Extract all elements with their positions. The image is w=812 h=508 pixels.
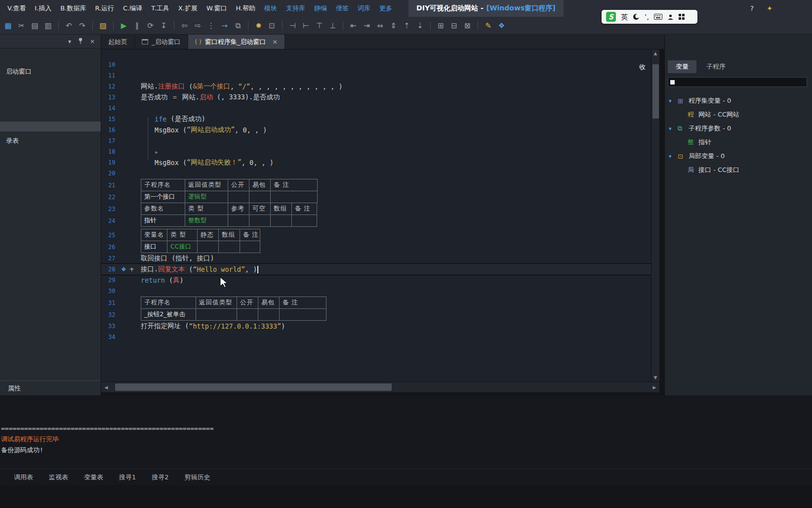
editor-line[interactable]: 28❖+接口.回复文本 (“Hello world”, ) bbox=[101, 264, 651, 275]
editor-line[interactable]: 22第一个接口逻辑型 bbox=[101, 191, 651, 203]
tree-item[interactable]: 局接口 - CC接口 bbox=[665, 163, 812, 177]
space-v-icon[interactable]: ⇥ bbox=[361, 19, 373, 32]
pen-icon[interactable]: ✎ bbox=[482, 19, 494, 32]
editor-line[interactable]: 17 bbox=[101, 135, 651, 146]
editor-line[interactable]: 23参数名类 型参考可空数组备 注 bbox=[101, 203, 651, 215]
panel-pin-icon[interactable] bbox=[78, 38, 83, 45]
bottom-tab-剪辑历史[interactable]: 剪辑历史 bbox=[185, 473, 210, 482]
editor-line[interactable]: 12网站.注册接口 (&第一个接口, “/”, , , , , , , , , … bbox=[101, 81, 651, 92]
ime-profile-icon[interactable] bbox=[667, 14, 674, 20]
horizontal-scroll-track[interactable] bbox=[111, 382, 650, 392]
editor-line[interactable]: 21子程序名返回值类型公开易包备 注 bbox=[101, 179, 651, 191]
plugin-menu-item[interactable]: 模块 bbox=[260, 0, 282, 17]
editor-line[interactable]: 31子程序名返回值类型公开易包备 注 bbox=[101, 296, 651, 309]
menu-item[interactable]: W.窗口 bbox=[202, 0, 232, 17]
editor-line[interactable]: 32_按钮2_被单击 bbox=[101, 308, 651, 321]
code-editor[interactable]: 101112网站.注册接口 (&第一个接口, “/”, , , , , , , … bbox=[101, 49, 651, 381]
editor-line[interactable]: 15ife (是否成功) bbox=[101, 114, 651, 125]
scroll-right-icon[interactable]: ▶ bbox=[650, 382, 659, 393]
same-width-icon[interactable]: ⊞ bbox=[435, 19, 447, 32]
plugin-menu-item[interactable]: 便签 bbox=[331, 0, 353, 17]
menu-item[interactable]: V.查看 bbox=[3, 0, 30, 17]
plugin-menu-item[interactable]: 更多 bbox=[375, 0, 397, 17]
panel-tab-子程序[interactable]: 子程序 bbox=[698, 60, 733, 73]
editor-line[interactable]: 24指针整数型 bbox=[101, 214, 651, 227]
doc-tab[interactable]: ( )窗口程序集_启动窗口× bbox=[188, 35, 285, 49]
menu-item[interactable]: I.插入 bbox=[30, 0, 56, 17]
tree-group[interactable]: ▾⧉子程序参数 - 0 bbox=[665, 122, 812, 135]
panel-tab-变量[interactable]: 变量 bbox=[668, 60, 696, 73]
tree-group[interactable]: ▾⊞程序集变量 - 0 bbox=[665, 94, 812, 108]
editor-line[interactable]: 29return (真) bbox=[101, 275, 651, 286]
redo-icon[interactable]: ↷ bbox=[76, 19, 88, 32]
chevron-down-icon[interactable]: ▾ bbox=[669, 153, 678, 160]
editor-horizontal-scrollbar[interactable]: ◀ ▶ bbox=[101, 381, 659, 392]
editor-line[interactable]: 10 bbox=[101, 59, 651, 70]
scroll-down-icon[interactable]: ▼ bbox=[651, 374, 659, 381]
bottom-tab-变量表[interactable]: 变量表 bbox=[84, 473, 103, 482]
nav-back-icon[interactable]: ⇦ bbox=[178, 19, 191, 32]
link-icon[interactable]: ⧉ bbox=[232, 19, 244, 32]
editor-line[interactable]: 13是否成功 ＝ 网站.启动 (, 3333).是否成功 bbox=[101, 92, 651, 103]
align-right-icon[interactable]: ⊢ bbox=[300, 19, 312, 32]
editor-line[interactable]: 34 bbox=[101, 332, 651, 342]
bookmark-icon[interactable]: ⊡ bbox=[266, 19, 278, 32]
menu-item[interactable]: C.编译 bbox=[119, 0, 147, 17]
help-icon[interactable]: ? bbox=[750, 4, 754, 12]
workspace-selected-row[interactable] bbox=[0, 122, 101, 131]
paste-icon[interactable]: ▥ bbox=[42, 19, 54, 32]
editor-line[interactable]: 20 bbox=[101, 168, 651, 179]
bottom-tab-调用表[interactable]: 调用表 bbox=[14, 473, 33, 482]
ime-punct-indicator[interactable]: ’, bbox=[645, 13, 649, 20]
ime-lang-indicator[interactable]: 英 bbox=[621, 13, 628, 20]
tab-close-icon[interactable]: × bbox=[272, 38, 278, 45]
center-h-icon[interactable]: ⇔ bbox=[374, 19, 386, 32]
editor-line[interactable]: 11 bbox=[101, 70, 651, 81]
plugin-menu-item[interactable]: 静编 bbox=[310, 0, 331, 17]
editor-line[interactable]: 33打开指定网址 (“http://127.0.0.1:3333”) bbox=[101, 321, 651, 332]
nav-forward-icon[interactable]: ⇨ bbox=[192, 19, 204, 32]
save-icon[interactable]: ▦ bbox=[2, 19, 14, 32]
distribute-h-icon[interactable]: ⇡ bbox=[401, 19, 413, 32]
ime-fullhalf-icon[interactable] bbox=[633, 13, 640, 20]
workspace-item-startup-window[interactable]: 启动窗口 bbox=[0, 65, 101, 78]
menu-item[interactable]: H.帮助 bbox=[231, 0, 260, 17]
align-top-icon[interactable]: ⊤ bbox=[313, 19, 325, 32]
distribute-v-icon[interactable]: ⇣ bbox=[414, 19, 426, 32]
collapse-button[interactable]: 收 bbox=[639, 63, 646, 72]
run-icon[interactable]: ▶ bbox=[118, 19, 130, 32]
editor-line[interactable]: 19MsgBox (“网站启动失败！”, 0, , ) bbox=[101, 157, 651, 168]
align-left-icon[interactable]: ⊣ bbox=[286, 19, 299, 32]
ime-toolbox-icon[interactable] bbox=[679, 14, 685, 20]
properties-panel-header[interactable]: 属性 bbox=[0, 381, 101, 395]
editor-line[interactable]: 27取回接口 (指针, 接口) bbox=[101, 253, 651, 264]
compile-icon[interactable]: ↧ bbox=[158, 19, 170, 32]
restart-icon[interactable]: ⟳ bbox=[144, 19, 157, 32]
tip-bulb-icon[interactable]: ✹ bbox=[252, 19, 265, 32]
output-panel[interactable]: ========================================… bbox=[0, 395, 812, 468]
center-v-icon[interactable]: ⇕ bbox=[387, 19, 400, 32]
menu-item[interactable]: R.运行 bbox=[90, 0, 119, 17]
editor-line[interactable]: 16MsgBox (“网站启动成功”, 0, , ) bbox=[101, 125, 651, 135]
editor-line[interactable]: 18▸ bbox=[101, 146, 651, 157]
menu-item[interactable]: X.扩展 bbox=[174, 0, 202, 17]
tree-group[interactable]: ▾⊡局部变量 - 0 bbox=[665, 149, 812, 163]
variables-filter-box[interactable] bbox=[668, 77, 807, 87]
copy-icon[interactable]: ▤ bbox=[29, 19, 41, 32]
bottom-tab-监视表[interactable]: 监视表 bbox=[49, 473, 68, 482]
menu-item[interactable]: T.工具 bbox=[147, 0, 174, 17]
scroll-up-icon[interactable]: ▲ bbox=[651, 49, 659, 57]
goto-icon[interactable]: → bbox=[218, 19, 231, 32]
feedback-icon[interactable]: ✦ bbox=[767, 4, 772, 12]
space-h-icon[interactable]: ⇤ bbox=[347, 19, 360, 32]
tree-item[interactable]: 整指针 bbox=[665, 135, 812, 149]
workspace-item-resource-table[interactable]: 录表 bbox=[0, 134, 101, 147]
pause-icon[interactable]: ∥ bbox=[131, 19, 143, 32]
scroll-left-icon[interactable]: ◀ bbox=[101, 382, 111, 393]
bottom-tab-搜寻1[interactable]: 搜寻1 bbox=[119, 473, 136, 482]
editor-line[interactable]: 14 bbox=[101, 103, 651, 114]
doc-tab[interactable]: _启动窗口 bbox=[135, 35, 188, 49]
align-bottom-icon[interactable]: ⊥ bbox=[326, 19, 339, 32]
plugin-menu-item[interactable]: 词库 bbox=[353, 0, 375, 17]
editor-vertical-scrollbar[interactable]: ▲ ▼ bbox=[651, 49, 659, 381]
